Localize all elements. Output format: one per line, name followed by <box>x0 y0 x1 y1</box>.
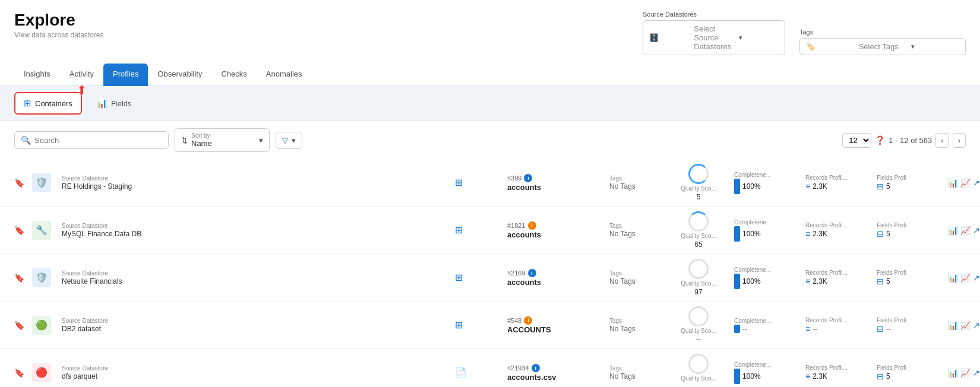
records-label: Records Profil... <box>805 364 877 371</box>
completeness-value-wrap: 100% <box>734 274 805 289</box>
expand-icon[interactable]: ↗ <box>973 273 980 283</box>
row-actions: 📊 📈 ↗ <box>948 226 966 235</box>
sub-tab-containers[interactable]: ⊞ Containers ⬇ <box>14 92 82 115</box>
tags-select[interactable]: 🏷️ Select Tags ▾ <box>799 38 966 55</box>
bookmark-icon[interactable]: 🔖 <box>14 321 32 330</box>
fields-icon: ⊟ <box>877 182 884 191</box>
container-cell: ⊞ <box>455 272 502 283</box>
quality-score-value: 65 <box>694 240 702 249</box>
expand-icon[interactable]: ↗ <box>973 226 980 235</box>
completeness-label: Completene... <box>734 361 805 368</box>
quality-circle <box>688 306 709 326</box>
completeness-bar <box>734 325 740 333</box>
sub-tab-fields[interactable]: 📊 Fields <box>87 92 141 115</box>
records-cell: Records Profil... ≡ 2.3K <box>805 364 877 381</box>
bookmark-icon[interactable]: 🔖 <box>14 226 32 235</box>
quality-circle <box>688 164 709 184</box>
tags-cell: Tags No Tags <box>609 270 663 286</box>
fields-value: 5 <box>886 277 890 286</box>
sort-box[interactable]: ⇅ Sort by Name ▾ <box>175 128 270 152</box>
info-icon[interactable]: i <box>532 364 540 372</box>
filters-block: Source Datastores 🗄️ Select Source Datas… <box>643 11 966 55</box>
info-icon[interactable]: i <box>524 316 532 325</box>
container-name: accounts <box>507 278 609 287</box>
data-table: 🔖 🛡️ Source Datastore RE Holdings - Stag… <box>0 159 980 387</box>
info-icon[interactable]: i <box>524 174 532 182</box>
source-datastore-label-sm: Source Datastore <box>62 318 455 324</box>
search-box[interactable]: 🔍 <box>14 131 169 149</box>
quality-circle <box>688 354 709 374</box>
bar-chart-icon[interactable]: 📊 <box>948 368 958 378</box>
expand-icon[interactable]: ↗ <box>973 321 980 330</box>
bar-chart-icon[interactable]: 📊 <box>948 273 958 283</box>
next-page-btn[interactable]: › <box>953 133 966 148</box>
quality-cell: Quality Sco... -- <box>663 354 734 387</box>
trend-icon[interactable]: 📈 <box>960 273 970 283</box>
row-actions: 📊 📈 ↗ <box>948 321 966 330</box>
table-row: 🔖 🛡️ Source Datastore RE Holdings - Stag… <box>0 159 980 207</box>
arrow-indicator: ⬇ <box>77 83 87 97</box>
nav-tabs: Insights Activity Profiles Observability… <box>0 64 980 86</box>
tab-checks[interactable]: Checks <box>211 64 256 86</box>
expand-icon[interactable]: ↗ <box>973 368 980 378</box>
records-label: Records Profil... <box>805 175 877 181</box>
table-icon: ⊞ <box>455 272 463 283</box>
tab-anomalies[interactable]: Anomalies <box>257 64 312 86</box>
tab-profiles[interactable]: Profiles <box>103 64 148 86</box>
tags-label-sm: Tags <box>609 175 663 182</box>
completeness-value-wrap: 100% <box>734 226 805 242</box>
toolbar: 🔍 ⇅ Sort by Name ▾ ▽ ▾ 12 25 50 ❓ 1 - 12… <box>0 121 980 159</box>
completeness-label: Completene... <box>734 318 805 324</box>
source-datastore-label-sm: Source Datastore <box>62 223 455 229</box>
quality-score-value: 5 <box>697 193 701 201</box>
container-cell: ⊞ <box>455 319 502 331</box>
chevron-down-icon: ▾ <box>739 34 779 42</box>
records-icon: ≡ <box>805 277 810 286</box>
search-input[interactable] <box>34 136 162 145</box>
records-value-wrap: ≡ 2.3K <box>805 229 877 239</box>
trend-icon[interactable]: 📈 <box>960 321 970 330</box>
per-page-select[interactable]: 12 25 50 <box>842 133 871 148</box>
records-value: 2.3K <box>813 372 827 380</box>
records-icon: ≡ <box>805 182 810 191</box>
info-icon[interactable]: i <box>528 221 536 230</box>
bookmark-icon[interactable]: 🔖 <box>14 368 32 378</box>
bookmark-icon[interactable]: 🔖 <box>14 178 32 188</box>
trend-icon[interactable]: 📈 <box>960 226 970 235</box>
completeness-label: Completene... <box>734 267 805 273</box>
bar-chart-icon[interactable]: 📊 <box>948 178 958 188</box>
source-datastore-select[interactable]: 🗄️ Select Source Datastores ▾ <box>643 20 785 55</box>
datastore-name: RE Holdings - Staging <box>62 182 455 191</box>
records-value-wrap: ≡ -- <box>805 324 877 334</box>
ds-logo: 🟢 <box>32 316 51 335</box>
tab-insights[interactable]: Insights <box>14 64 60 86</box>
prev-page-btn[interactable]: ‹ <box>935 133 949 148</box>
file-icon: 📄 <box>455 367 467 378</box>
sub-nav: ⊞ Containers ⬇ 📊 Fields <box>0 86 980 121</box>
tags-cell: Tags No Tags <box>609 318 663 333</box>
completeness-value: 100% <box>742 230 761 238</box>
tab-observability[interactable]: Observability <box>148 64 211 86</box>
bar-chart-icon[interactable]: 📊 <box>948 226 958 235</box>
expand-icon[interactable]: ↗ <box>973 178 980 188</box>
info-icon[interactable]: i <box>528 269 536 277</box>
records-value: 2.3K <box>813 230 827 238</box>
container-info: #1821 i accounts <box>502 221 609 239</box>
quality-score-label: Quality Sco... <box>681 375 716 382</box>
quality-score-value: -- <box>696 335 701 344</box>
completeness-value: 100% <box>742 277 761 286</box>
bar-chart-icon[interactable]: 📊 <box>948 321 958 330</box>
records-icon: ≡ <box>805 229 810 239</box>
tags-label-sm: Tags <box>609 365 663 372</box>
bookmark-icon[interactable]: 🔖 <box>14 273 32 283</box>
trend-icon[interactable]: 📈 <box>960 178 970 188</box>
fields-label: Fields Profi <box>877 175 948 181</box>
filter-btn[interactable]: ▽ ▾ <box>276 132 302 149</box>
source-datastore-placeholder: Select Source Datastores <box>694 24 734 51</box>
trend-icon[interactable]: 📈 <box>960 368 970 378</box>
records-cell: Records Profil... ≡ 2.3K <box>805 175 877 191</box>
fields-icon: ⊟ <box>877 324 884 334</box>
fields-cell: Fields Profi ⊟ 5 <box>877 175 948 191</box>
quality-score-value: -- <box>696 383 701 387</box>
row-actions: 📊 📈 ↗ <box>948 273 966 283</box>
